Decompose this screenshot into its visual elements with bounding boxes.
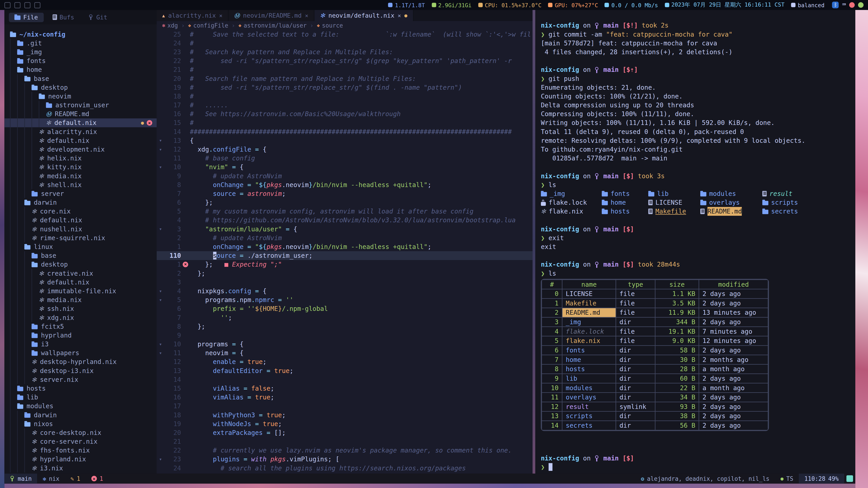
tree-item-i3.nix[interactable]: ✻i3.nix [4,464,157,473]
fold-chevron-icon[interactable]: ▾ [157,163,164,171]
code-line[interactable]: ▾3 "astronvim/lua/user" = { [157,225,532,233]
code-line[interactable]: 21 [157,437,532,446]
breadcrumb-item-xdg[interactable]: ✻xdg [162,22,178,29]
code-line[interactable]: 8 onChange = "${pkgs.neovim}/bin/nvim --… [157,180,532,189]
statusline-warnings[interactable]: ✎ 1 [65,474,86,484]
code-line[interactable]: ▾23 plugins = with pkgs.vimPlugins; [ [157,455,532,464]
code-line[interactable]: 12 enable = true; [157,357,532,366]
neotree-tab-git[interactable]: Git [83,12,113,22]
code-line[interactable]: 24# [157,39,532,47]
tree-item-desktop[interactable]: desktop [4,260,157,269]
stat-memory[interactable]: 2.9Gi/31Gi [432,2,471,8]
tree-item-ssh.nix[interactable]: ✻ssh.nix [4,304,157,313]
tree-item-desktop[interactable]: desktop [4,83,157,92]
code-line[interactable]: 18# [157,92,532,101]
editor-tab-alacritty.nix[interactable]: ▲alacritty.nix× [157,10,228,21]
code-line[interactable]: 1× }; ■ Expecting ";" [157,260,532,269]
code-line[interactable]: 9 [157,331,532,339]
fold-chevron-icon[interactable]: ▾ [157,349,164,357]
tree-item-development.nix[interactable]: ✻development.nix [4,145,157,154]
code-line[interactable]: 2 }; [157,269,532,278]
stat-gpu[interactable]: GPU: 07%+27°C [548,2,598,8]
tree-item-hyprland.nix[interactable]: ✻hyprland.nix [4,455,157,464]
code-line[interactable]: ▾13{ [157,136,532,145]
stat-power-profile[interactable]: balanced [791,2,825,8]
tree-item-.git[interactable]: .git [4,39,157,47]
fold-chevron-icon[interactable]: ▾ [157,295,164,304]
tree-item-wallpapers[interactable]: wallpapers [4,349,157,357]
tree-item-immutable-file.nix[interactable]: ✻immutable-file.nix [4,287,157,295]
tree-item-alacritty.nix[interactable]: ✻alacritty.nix [4,127,157,136]
status-green-icon[interactable] [858,2,864,8]
code-line[interactable]: 15 viAlias = false; [157,384,532,393]
tree-item-core-server.nix[interactable]: ✻core-server.nix [4,437,157,446]
ls-entry-secrets[interactable]: secrets [762,207,815,216]
tree-item-i3[interactable]: i3 [4,340,157,349]
tree-item-~/nix-config[interactable]: ~/nix-config [4,30,157,39]
code-line[interactable]: 21# [157,65,532,74]
window-button[interactable] [4,2,11,8]
ls-entry-_img[interactable]: _img [541,189,602,198]
tree-item-_img[interactable]: _img [4,48,157,57]
statusline-git-branch[interactable]: main [4,474,37,484]
tree-item-modules[interactable]: modules [4,402,157,411]
tree-item-default.nix[interactable]: ✻default.nix [4,278,157,287]
code-line[interactable]: ▾10 programs = { [157,340,532,349]
tree-item-fcitx5[interactable]: fcitx5 [4,322,157,331]
code-line[interactable]: 22 # currently we use lazy.nvim as neovi… [157,446,532,455]
code-line[interactable]: 110 source = ./astronvim_user; [157,251,532,260]
editor-tab-neovim/default.nix[interactable]: ✻neovim/default.nix×● [314,10,413,21]
tree-item-rime-squirrel.nix[interactable]: ✻rime-squirrel.nix [4,233,157,242]
fold-chevron-icon[interactable]: ▾ [157,455,164,464]
tree-item-default.nix[interactable]: ✻default.nix●× [4,119,157,127]
terminal[interactable]: nix-config on main [$!] took 2s❯ git com… [535,10,855,474]
code-line[interactable]: 18 withPython3 = true; [157,411,532,419]
code-line[interactable]: 11 # base config [157,154,532,163]
tree-item-media.nix[interactable]: ✻media.nix [4,171,157,180]
stat-disk[interactable]: 1.1T/1.8T [388,2,425,8]
ls-entry-result[interactable]: result [762,189,815,198]
neotree-tab-file[interactable]: File [9,12,43,22]
tree-item-hyprland[interactable]: hyprland [4,331,157,339]
tree-item-home[interactable]: home [4,65,157,74]
breadcrumb-item-astronvim/lua/user[interactable]: ❖astronvim/lua/user [239,22,307,29]
code-line[interactable]: 22# sed -ri "s/pattern_str/replace_str/g… [157,57,532,65]
tree-item-desktop-i3.nix[interactable]: ✻desktop-i3.nix [4,366,157,375]
code-area[interactable]: 25# Save the selected text to a file: `:… [157,30,532,473]
fold-chevron-icon[interactable]: ▾ [157,287,164,295]
tree-item-base[interactable]: base [4,74,157,83]
ls-entry-overlays[interactable]: overlays [700,198,762,207]
statusline-errors[interactable]: × 1 [86,474,108,484]
tree-item-fonts[interactable]: fonts [4,57,157,65]
code-line[interactable]: ▾12 xdg.configFile = { [157,145,532,154]
fold-chevron-icon[interactable]: ▾ [157,136,164,145]
code-line[interactable]: 17# ...... [157,101,532,109]
code-line[interactable]: 16 vimAlias = true; [157,393,532,402]
stat-clock[interactable]: 2023年 07月 29日 星期六 16:16:11 CST [664,1,784,9]
code-line[interactable]: 14######################################… [157,127,532,136]
ls-entry-flake.nix[interactable]: ✻flake.nix [541,207,602,216]
breadcrumb-item-configFile[interactable]: ❖configFile [188,22,228,29]
tree-item-base[interactable]: base [4,251,157,260]
ls-entry-modules[interactable]: modules [700,189,762,198]
tree-item-core-desktop.nix[interactable]: ✻core-desktop.nix [4,428,157,437]
ls-entry-Makefile[interactable]: Makefile [648,207,700,216]
fold-chevron-icon[interactable]: ▾ [157,225,164,233]
window-button[interactable] [14,2,21,8]
keyboard-icon[interactable]: ⌨ [842,2,846,8]
editor-tab-neovim/README.md[interactable]: Ⓜneovim/README.md× [228,10,314,21]
neotree-tab-bufs[interactable]: Bufs [47,12,80,22]
code-line[interactable]: 20# Search file name pattern and Replace… [157,74,532,83]
code-line[interactable]: 7 ''; [157,313,532,322]
input-red-icon[interactable] [849,2,855,8]
fold-chevron-icon[interactable]: ▾ [157,340,164,349]
code-line[interactable]: 20 extraPackages = []; [157,428,532,437]
tree-item-default.nix[interactable]: ✻default.nix [4,216,157,225]
code-line[interactable]: 15# [157,119,532,127]
window-button[interactable] [34,2,40,8]
stat-cpu[interactable]: CPU: 01.5%+37.0°C [478,2,541,8]
ls-entry-README.md[interactable]: README.md [700,207,762,216]
code-line[interactable]: 9 # update AstroNvim [157,171,532,180]
code-line[interactable]: 4 # https://github.com/AstroNvim/AstroNv… [157,216,532,225]
fold-chevron-icon[interactable]: ▾ [157,145,164,154]
